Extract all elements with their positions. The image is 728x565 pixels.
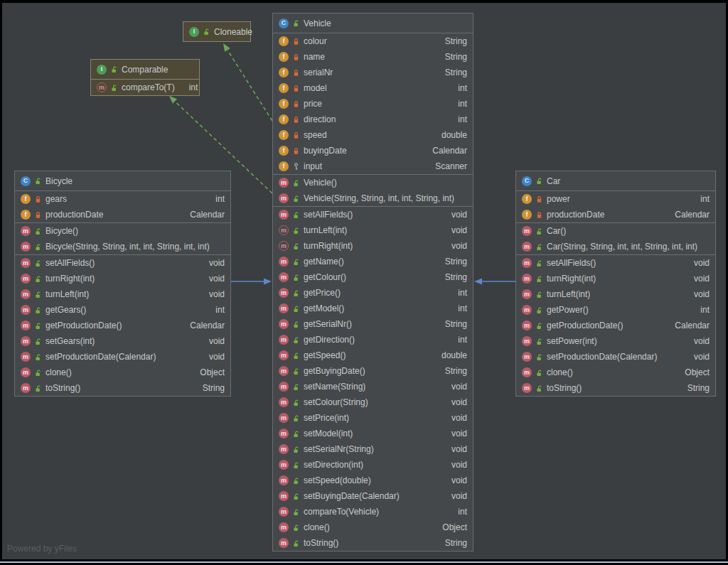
member-row[interactable]: mcompareTo(Vehicle)int <box>273 504 473 520</box>
class-icon: C <box>279 18 289 28</box>
member-type: Calendar <box>180 321 225 330</box>
member-row[interactable]: mVehicle(String, String, int, int, Strin… <box>273 190 473 206</box>
member-row[interactable]: mturnLeft(int)void <box>15 286 230 302</box>
member-row[interactable]: mgetProductionDate()Calendar <box>15 318 230 333</box>
member-row[interactable]: mgetModel()int <box>273 301 473 316</box>
member-name: productionDate <box>46 210 103 220</box>
public-visibility-icon <box>203 28 210 36</box>
member-row[interactable]: mBicycle() <box>15 223 230 239</box>
member-row[interactable]: fgearsint <box>15 191 230 207</box>
member-row[interactable]: fserialNrString <box>273 65 473 80</box>
member-row[interactable]: msetBuyingDate(Calendar)void <box>273 488 473 504</box>
member-row[interactable]: mBicycle(String, String, int, int, Strin… <box>15 239 230 254</box>
member-row[interactable]: mVehicle() <box>273 175 473 190</box>
member-row[interactable]: msetPrice(int)void <box>273 410 473 426</box>
member-name: getSerialNr() <box>304 319 352 329</box>
member-row[interactable]: msetAllFields()void <box>516 255 715 271</box>
member-name: Car(String, String, int, int, String, in… <box>547 242 697 252</box>
member-type: Calendar <box>180 210 225 220</box>
public-visibility-icon <box>536 338 542 345</box>
member-row[interactable]: mclone()Object <box>273 520 473 535</box>
member-row[interactable]: msetProductionDate(Calendar)void <box>15 349 230 365</box>
window-border-top <box>0 0 728 3</box>
member-row[interactable]: mgetPower()int <box>516 302 715 318</box>
field-icon: f <box>279 36 289 46</box>
member-row[interactable]: msetAllFields()void <box>15 255 230 271</box>
member-row[interactable]: mclone()Object <box>516 365 715 380</box>
member-row[interactable]: msetAllFields()void <box>273 207 473 222</box>
member-row[interactable]: mcompareTo(T)int <box>91 80 199 95</box>
constructor-icon: m <box>522 242 532 252</box>
node-header-car[interactable]: CCar <box>516 171 715 190</box>
member-row[interactable]: mturnLeft(int)void <box>273 222 473 238</box>
node-title: Comparable <box>122 65 168 75</box>
node-header-cloneable[interactable]: ICloneable <box>183 22 250 41</box>
member-row[interactable]: mgetProductionDate()Calendar <box>516 318 715 333</box>
member-row[interactable]: msetSerialNr(String)void <box>273 441 473 457</box>
member-row[interactable]: fnameString <box>273 49 473 65</box>
member-row[interactable]: finputScanner <box>273 158 473 174</box>
member-row[interactable]: msetColour(String)void <box>273 394 473 410</box>
uml-node-cloneable[interactable]: ICloneable <box>183 21 251 42</box>
member-type: void <box>684 274 710 284</box>
node-header-comparable[interactable]: IComparable <box>91 60 199 79</box>
member-row[interactable]: mgetSpeed()double <box>273 348 473 363</box>
member-type: int <box>448 507 467 517</box>
member-row[interactable]: mgetColour()String <box>273 269 473 285</box>
member-name: Vehicle() <box>304 178 337 188</box>
member-row[interactable]: mgetSerialNr()String <box>273 316 473 332</box>
member-row[interactable]: mturnRight(int)void <box>15 271 230 286</box>
member-row[interactable]: mgetDirection()int <box>273 332 473 348</box>
public-visibility-icon <box>35 322 41 330</box>
member-row[interactable]: msetModel(int)void <box>273 426 473 441</box>
member-row[interactable]: fpowerint <box>516 191 715 207</box>
member-row[interactable]: mtoString()String <box>15 380 230 396</box>
member-row[interactable]: mtoString()String <box>516 380 715 396</box>
member-row[interactable]: msetProductionDate(Calendar)void <box>516 349 715 365</box>
constructor-icon: m <box>21 226 31 236</box>
member-row[interactable]: mgetPrice()int <box>273 285 473 301</box>
member-row[interactable]: mtoString()String <box>273 535 473 551</box>
member-row[interactable]: fcolourString <box>273 33 473 49</box>
node-header-bicycle[interactable]: CBicycle <box>15 171 230 190</box>
member-row[interactable]: fmodelint <box>273 80 473 96</box>
abstract-method-icon: m <box>279 241 289 251</box>
field-icon: f <box>279 52 289 62</box>
member-row[interactable]: mCar(String, String, int, int, String, i… <box>516 239 715 254</box>
member-row[interactable]: msetDirection(int)void <box>273 457 473 473</box>
member-row[interactable]: fbuyingDateCalendar <box>273 143 473 158</box>
uml-node-comparable[interactable]: IComparablemcompareTo(T)int <box>90 59 200 96</box>
member-row[interactable]: mclone()Object <box>15 365 230 380</box>
method-icon: m <box>279 288 289 298</box>
uml-node-bicycle[interactable]: CBicyclefgearsintfproductionDateCalendar… <box>14 171 231 397</box>
member-name: compareTo(T) <box>122 82 175 92</box>
member-name: turnRight(int) <box>304 241 353 251</box>
member-row[interactable]: mturnRight(int)void <box>273 238 473 254</box>
uml-node-vehicle[interactable]: CVehiclefcolourStringfnameStringfserialN… <box>272 13 473 551</box>
member-row[interactable]: msetName(String)void <box>273 379 473 394</box>
member-row[interactable]: mturnLeft(int)void <box>516 286 715 302</box>
member-name: toString() <box>304 538 338 548</box>
uml-node-car[interactable]: CCarfpowerintfproductionDateCalendarmCar… <box>515 171 716 397</box>
member-name: colour <box>304 36 327 46</box>
node-title: Bicycle <box>46 176 73 186</box>
member-row[interactable]: fpriceint <box>273 96 473 112</box>
member-row[interactable]: fspeeddouble <box>273 127 473 143</box>
member-row[interactable]: fproductionDateCalendar <box>516 207 715 222</box>
member-row[interactable]: fproductionDateCalendar <box>15 207 230 222</box>
member-row[interactable]: msetSpeed(double)void <box>273 473 473 488</box>
member-row[interactable]: mgetBuyingDate()String <box>273 363 473 379</box>
constructor-icon: m <box>522 226 532 236</box>
member-name: setModel(int) <box>304 429 353 438</box>
member-row[interactable]: mgetGears()int <box>15 302 230 318</box>
member-row[interactable]: mgetName()String <box>273 254 473 269</box>
member-row[interactable]: msetPower(int)void <box>516 333 715 349</box>
member-row[interactable]: mturnRight(int)void <box>516 271 715 286</box>
public-visibility-icon <box>293 367 299 375</box>
member-row[interactable]: mCar() <box>516 223 715 239</box>
node-header-vehicle[interactable]: CVehicle <box>273 14 473 33</box>
member-row[interactable]: fdirectionint <box>273 112 473 127</box>
member-name: clone() <box>304 522 330 532</box>
public-visibility-icon <box>536 369 542 377</box>
member-row[interactable]: msetGears(int)void <box>15 333 230 349</box>
